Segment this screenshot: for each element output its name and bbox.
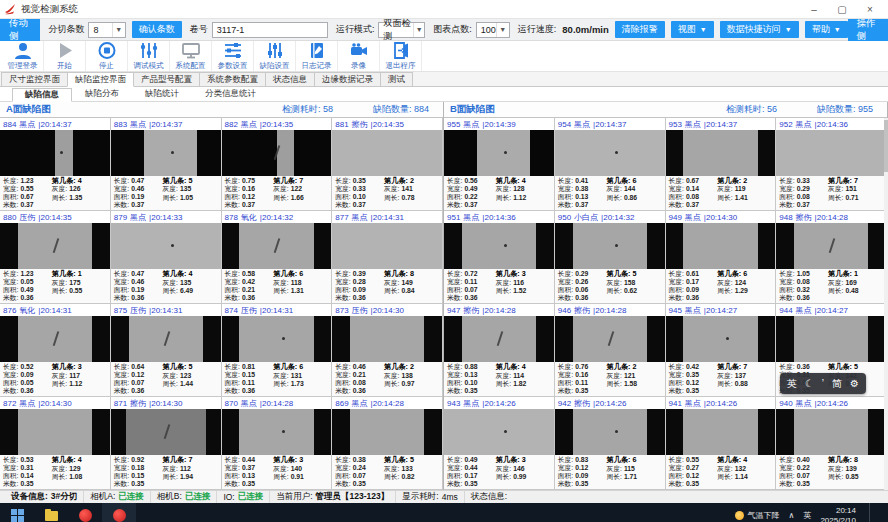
defect-cell[interactable]: 940 黑点 |20:14:26 长度: 0.40 宽度: 0.22 面积: 0… — [776, 397, 887, 490]
defect-cell[interactable]: 872 黑点 |20:14:30 长度: 0.53 宽度: 0.31 面积: 0… — [0, 397, 111, 490]
subtab-defect-statistics[interactable]: 缺陷统计 — [132, 87, 192, 101]
defect-image[interactable] — [555, 130, 665, 176]
clear-alarm-button[interactable]: 清除报警 — [615, 21, 665, 38]
defect-image[interactable] — [0, 409, 110, 455]
defect-image[interactable] — [666, 130, 776, 176]
tab-status-info[interactable]: 状态信息 — [265, 72, 315, 86]
moon-icon[interactable]: ☾ — [805, 378, 814, 389]
defect-image[interactable] — [111, 130, 221, 176]
grid-scrollbar[interactable] — [884, 118, 888, 490]
admin-login-button[interactable]: 管理登录 — [2, 41, 44, 71]
tab-size-monitor[interactable]: 尺寸监控界面 — [1, 72, 68, 86]
defect-image[interactable] — [111, 409, 221, 455]
language-indicator[interactable]: 英 — [803, 510, 811, 521]
defect-cell[interactable]: 942 擦伤 |20:14:26 长度: 0.83 宽度: 0.12 面积: 0… — [555, 397, 666, 490]
debug-mode-button[interactable]: 调试模式 — [128, 41, 170, 71]
defect-image[interactable] — [444, 316, 554, 362]
defect-image[interactable] — [444, 130, 554, 176]
defect-image[interactable] — [666, 223, 776, 269]
defect-image[interactable] — [776, 409, 886, 455]
defect-cell[interactable]: 945 黑点 |20:14:27 长度: 0.42 宽度: 0.35 面积: 0… — [666, 304, 777, 397]
start-button[interactable]: 开始 — [44, 41, 86, 71]
defect-cell[interactable]: 881 擦伤 |20:14:35 长度: 0.35 宽度: 0.33 面积: 0… — [332, 118, 443, 211]
roll-number-input[interactable]: 3117-1 — [212, 22, 328, 38]
defect-cell[interactable]: 951 黑点 |20:14:36 长度: 0.72 宽度: 0.11 面积: 0… — [444, 211, 555, 304]
defect-cell[interactable]: 880 压伤 |20:14:35 长度: 1.23 宽度: 0.05 面积: 0… — [0, 211, 111, 304]
defect-cell[interactable]: 949 黑点 |20:14:30 长度: 0.61 宽度: 0.17 面积: 0… — [666, 211, 777, 304]
defect-image[interactable] — [0, 223, 110, 269]
defect-image[interactable] — [111, 316, 221, 362]
app-taskbar-button-active[interactable] — [102, 503, 136, 522]
defect-cell[interactable]: 952 黑点 |20:14:36 长度: 0.33 宽度: 0.29 面积: 0… — [776, 118, 887, 211]
defect-cell[interactable]: 946 擦伤 |20:14:28 长度: 0.76 宽度: 0.16 面积: 0… — [555, 304, 666, 397]
defect-cell[interactable]: 943 黑点 |20:14:26 长度: 0.49 宽度: 0.44 面积: 0… — [444, 397, 555, 490]
defect-cell[interactable]: 950 小白点 |20:14:32 长度: 0.29 宽度: 0.26 面积: … — [555, 211, 666, 304]
defect-image[interactable] — [222, 316, 332, 362]
clock-widget[interactable]: 20:14 2025/2/10 — [820, 506, 856, 522]
defect-image[interactable] — [332, 409, 442, 455]
ime-english-toggle[interactable]: 英 — [787, 377, 797, 391]
defect-cell[interactable]: 954 黑点 |20:14:37 长度: 0.41 宽度: 0.38 面积: 0… — [555, 118, 666, 211]
show-desktop-button[interactable] — [879, 503, 884, 522]
view-menu-button[interactable]: 视图▼ — [671, 21, 714, 38]
file-explorer-button[interactable] — [34, 503, 68, 522]
app-taskbar-button[interactable] — [68, 503, 102, 522]
minimize-button[interactable]: – — [800, 0, 828, 18]
defect-image[interactable] — [332, 316, 442, 362]
defect-image[interactable] — [555, 223, 665, 269]
defect-image[interactable] — [111, 223, 221, 269]
tab-product-model-config[interactable]: 产品型号配置 — [133, 72, 200, 86]
defect-cell[interactable]: 953 黑点 |20:14:37 长度: 0.67 宽度: 0.14 面积: 0… — [666, 118, 777, 211]
drive-side-button[interactable]: 传动侧 — [0, 19, 40, 41]
defect-cell[interactable]: 875 压伤 |20:14:31 长度: 0.64 宽度: 0.12 面积: 0… — [111, 304, 222, 397]
defect-cell[interactable]: 871 擦伤 |20:14:30 长度: 0.92 宽度: 0.18 面积: 0… — [111, 397, 222, 490]
defect-cell[interactable]: 869 黑点 |20:14:28 长度: 0.38 宽度: 0.24 面积: 0… — [332, 397, 443, 490]
tab-test[interactable]: 测试 — [380, 72, 413, 86]
defect-cell[interactable]: 879 黑点 |20:14:33 长度: 0.47 宽度: 0.46 面积: 0… — [111, 211, 222, 304]
run-mode-select[interactable]: 双面检测 ▼ — [378, 22, 425, 38]
operator-side-button[interactable]: 操作侧 — [848, 19, 888, 41]
defect-image[interactable] — [555, 409, 665, 455]
defect-image[interactable] — [444, 409, 554, 455]
defect-image[interactable] — [666, 316, 776, 362]
chart-points-select[interactable]: 100 ▼ — [476, 22, 510, 38]
parameter-settings-button[interactable]: 参数设置 — [212, 41, 254, 71]
tab-edge-data-record[interactable]: 边缘数据记录 — [314, 72, 381, 86]
tab-defect-monitor[interactable]: 缺陷监控界面 — [67, 72, 134, 87]
defect-image[interactable] — [776, 130, 886, 176]
defect-cell[interactable]: 877 黑点 |20:14:31 长度: 0.39 宽度: 0.28 面积: 0… — [332, 211, 443, 304]
start-button[interactable] — [0, 503, 34, 522]
ime-apostrophe-key[interactable]: ’ — [822, 378, 824, 389]
defect-image[interactable] — [332, 223, 442, 269]
defect-image[interactable] — [0, 130, 110, 176]
defect-cell[interactable]: 884 黑点 |20:14:37 长度: 1.23 宽度: 0.55 面积: 0… — [0, 118, 111, 211]
defect-cell[interactable]: 870 黑点 |20:14:28 长度: 0.44 宽度: 0.37 面积: 0… — [222, 397, 333, 490]
video-record-button[interactable]: 录像 — [338, 41, 380, 71]
tab-system-param-config[interactable]: 系统参数配置 — [199, 72, 266, 86]
defect-cell[interactable]: 873 压伤 |20:14:30 长度: 0.46 宽度: 0.21 面积: 0… — [332, 304, 443, 397]
ime-simplified-toggle[interactable]: 简 — [832, 377, 842, 391]
defect-settings-button[interactable]: 缺陷设置 — [254, 41, 296, 71]
defect-image[interactable] — [555, 316, 665, 362]
defect-image[interactable] — [444, 223, 554, 269]
help-menu-button[interactable]: 帮助▼ — [805, 21, 848, 38]
system-config-button[interactable]: 系统配置 — [170, 41, 212, 71]
exit-program-button[interactable]: 退出程序 — [380, 41, 422, 71]
confirm-count-button[interactable]: 确认条数 — [132, 21, 182, 38]
defect-image[interactable] — [666, 409, 776, 455]
defect-image[interactable] — [222, 223, 332, 269]
subtab-defect-info[interactable]: 缺陷信息 — [12, 88, 72, 102]
defect-image[interactable] — [0, 316, 110, 362]
defect-image[interactable] — [222, 409, 332, 455]
defect-image[interactable] — [776, 223, 886, 269]
slit-count-select[interactable]: 8 ▼ — [88, 22, 125, 38]
defect-cell[interactable]: 941 黑点 |20:14:26 长度: 0.55 宽度: 0.27 面积: 0… — [666, 397, 777, 490]
defect-cell[interactable]: 883 黑点 |20:14:37 长度: 0.47 宽度: 0.46 面积: 0… — [111, 118, 222, 211]
stop-button[interactable]: 停止 — [86, 41, 128, 71]
subtab-defect-distribution[interactable]: 缺陷分布 — [72, 87, 132, 101]
defect-cell[interactable]: 948 擦伤 |20:14:28 长度: 1.05 宽度: 0.08 面积: 0… — [776, 211, 887, 304]
subtab-classification-statistics[interactable]: 分类信息统计 — [192, 87, 269, 101]
weather-widget[interactable]: 气温下降 — [735, 510, 780, 521]
defect-cell[interactable]: 882 黑点 |20:14:35 长度: 0.75 宽度: 0.16 面积: 0… — [222, 118, 333, 211]
defect-cell[interactable]: 876 氧化 |20:14:31 长度: 0.52 宽度: 0.09 面积: 0… — [0, 304, 111, 397]
